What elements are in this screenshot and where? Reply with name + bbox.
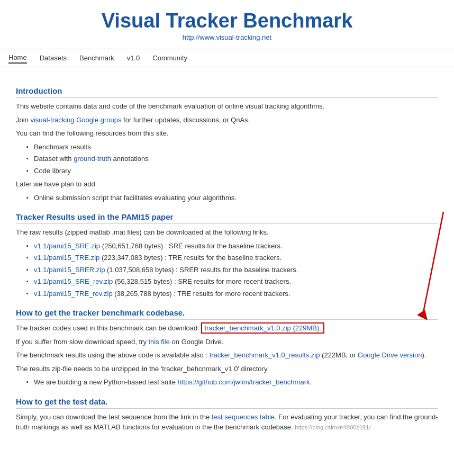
google-groups-link[interactable]: visual-tracking Google groups: [30, 116, 121, 124]
github-link[interactable]: https://github.com/jwlim/tracker_benchma…: [177, 378, 310, 386]
intro-para1: This website contains data and code of t…: [16, 101, 438, 112]
blur-url: https://blog.csimxr/4800c191/: [295, 424, 370, 430]
benchmark-zip-link[interactable]: tracker_benchmark_v1.0.zip (229MB).: [201, 322, 324, 334]
codebase-para1: The tracker codes used in this benchmark…: [16, 323, 438, 334]
ground-truth-link[interactable]: ground-truth: [74, 155, 111, 163]
list-item: Dataset with ground-truth annotations: [26, 154, 438, 164]
test-data-title: How to get the test data.: [16, 397, 438, 409]
this-file-link[interactable]: this file: [149, 338, 170, 346]
list-item: v1.1/pami15_SRE.zip (250,651,768 bytes) …: [26, 241, 438, 252]
list-item: Benchmark results: [26, 142, 438, 152]
results-zip-link[interactable]: tracker_benchmark_v1.0_results.zip: [210, 351, 320, 359]
nav-benchmark[interactable]: Benchmark: [79, 53, 114, 63]
nav-datasets[interactable]: Datasets: [40, 53, 67, 63]
intro-para3: Later we have plan to add: [16, 179, 438, 190]
sre-link[interactable]: v1.1/pami15_SRE.zip: [34, 242, 100, 250]
codebase-list: We are building a new Python-based test …: [26, 377, 438, 388]
intro-title: Introduction: [16, 86, 438, 98]
list-item: v1.1/pami15_SRE_rev.zip (56,328,515 byte…: [26, 276, 438, 287]
intro-para2: You can find the following resources fro…: [16, 128, 438, 139]
tre-link[interactable]: v1.1/pami15_TRE.zip: [34, 254, 99, 262]
intro-list2: Online submission script that facilitate…: [26, 193, 438, 203]
list-item: v1.1/pami15_SRER.zip (1,037,508,658 byte…: [26, 265, 438, 275]
nav-v1[interactable]: v1.0: [127, 53, 140, 63]
main-content: Introduction This website contains data …: [0, 71, 454, 446]
codebase-para2: If you suffer from slow download speed, …: [16, 337, 438, 347]
tracker-results-list: v1.1/pami15_SRE.zip (250,651,768 bytes) …: [26, 241, 438, 299]
list-item: Code library: [26, 166, 438, 176]
nav-home[interactable]: Home: [8, 52, 27, 64]
test-sequences-link[interactable]: test sequences table: [212, 413, 275, 421]
page-url[interactable]: http://www.visual-tracking.net: [0, 33, 454, 41]
list-item: Online submission script that facilitate…: [26, 193, 438, 203]
srer-link[interactable]: v1.1/pami15_SRER.zip: [34, 266, 105, 274]
site-url-link[interactable]: http://www.visual-tracking.net: [183, 33, 271, 41]
sre-rev-link[interactable]: v1.1/pami15_SRE_rev.zip: [34, 277, 113, 285]
test-data-para1: Simply, you can download the test sequen…: [16, 412, 438, 433]
intro-para1-link: Join visual-tracking Google groups for f…: [16, 115, 438, 125]
list-item: We are building a new Python-based test …: [26, 377, 438, 388]
list-item: v1.1/pami15_TRE_rev.zip (38,265,788 byte…: [26, 289, 438, 299]
codebase-para3: The benchmark results using the above co…: [16, 350, 438, 361]
tracker-results-para: The raw results (zipped matlab .mat file…: [16, 227, 438, 238]
codebase-title: How to get the tracker benchmark codebas…: [16, 308, 438, 320]
tre-rev-link[interactable]: v1.1/pami15_TRE_rev.zip: [34, 290, 113, 298]
main-nav: Home Datasets Benchmark v1.0 Community: [0, 49, 454, 67]
list-item: v1.1/pami15_TRE.zip (223,347,083 bytes) …: [26, 253, 438, 263]
tracker-results-title: Tracker Results used in the PAMI15 paper: [16, 212, 438, 224]
google-drive-link[interactable]: Google Drive version: [358, 351, 422, 359]
intro-list1: Benchmark results Dataset with ground-tr…: [26, 142, 438, 176]
page-title: Visual Tracker Benchmark: [0, 10, 454, 32]
codebase-para4: The results zip-file needs to be unzippe…: [16, 364, 438, 374]
nav-community[interactable]: Community: [152, 53, 187, 63]
